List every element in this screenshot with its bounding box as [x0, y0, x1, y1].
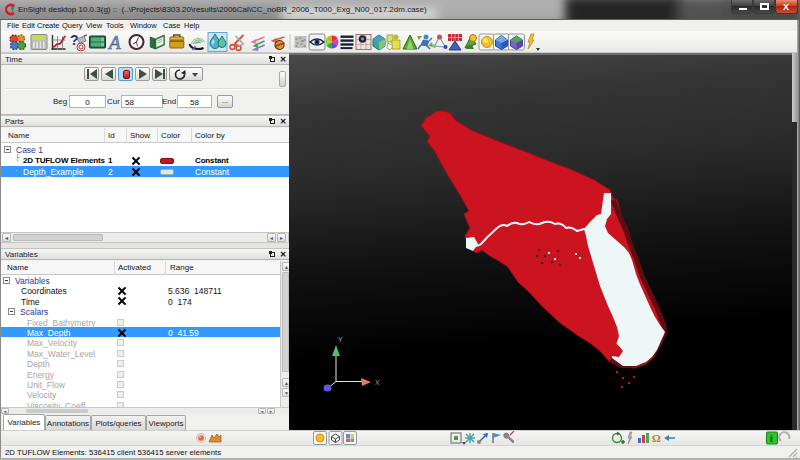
svg-text:Ω: Ω	[652, 432, 661, 444]
svg-text:i: i	[770, 433, 773, 444]
svg-text:Y: Y	[338, 336, 343, 343]
svg-text:A: A	[107, 32, 121, 53]
svg-text:X: X	[375, 379, 380, 386]
